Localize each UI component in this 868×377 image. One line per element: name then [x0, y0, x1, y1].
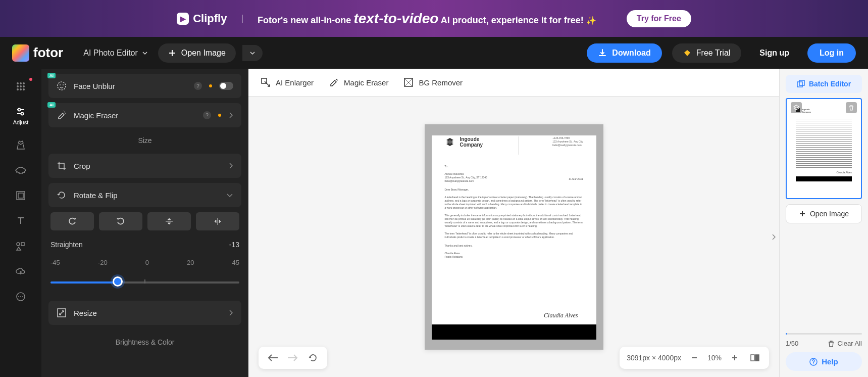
svg-point-21 — [63, 84, 64, 85]
free-trial-label: Free Trial — [696, 49, 731, 58]
open-image-label: Open Image — [181, 49, 226, 58]
rotate-buttons-row — [48, 212, 241, 230]
rotate-cw-button[interactable] — [50, 212, 94, 230]
magic-eraser-item[interactable]: AI Magic Eraser ? — [48, 103, 241, 127]
svg-point-4 — [20, 85, 22, 87]
rail-item-more[interactable] — [0, 284, 41, 309]
rail-item-apps[interactable] — [0, 74, 41, 99]
thumb-layers-button[interactable] — [791, 102, 802, 113]
rail-item-effects[interactable] — [0, 132, 41, 158]
clear-all-button[interactable]: Clear All — [828, 340, 862, 347]
download-icon — [598, 49, 607, 58]
main-layout: Adjust AI Face Unblur ? — [0, 69, 868, 377]
upload-progress — [786, 333, 862, 335]
chevron-down-icon — [142, 50, 148, 56]
zoom-in-button[interactable] — [728, 351, 742, 365]
download-label: Download — [612, 49, 650, 58]
svg-point-16 — [18, 296, 19, 297]
straighten-slider[interactable] — [50, 276, 239, 287]
right-panel: Batch Editor IngoudeCompany Claudia Alve… — [779, 69, 868, 377]
company-logo-icon — [445, 137, 455, 147]
chevron-right-icon — [228, 112, 233, 119]
svg-rect-27 — [797, 82, 802, 87]
document-canvas[interactable]: Ingoude Company +123-456-7890 123 Anywhe… — [425, 124, 603, 350]
rail-item-adjust[interactable]: Adjust — [0, 99, 41, 132]
contact-address: 123 Anywhere St., Any City — [552, 140, 583, 144]
tick-label: 45 — [232, 259, 239, 266]
compare-button[interactable] — [748, 351, 762, 365]
open-image-dropdown[interactable] — [242, 45, 263, 61]
face-unblur-toggle[interactable] — [219, 82, 233, 90]
svg-point-20 — [60, 84, 61, 85]
rail-item-elements[interactable] — [0, 233, 41, 259]
login-button[interactable]: Log in — [807, 43, 856, 63]
help-button[interactable]: Help — [786, 352, 862, 371]
body-para-3: The term "letterhead" is often used to r… — [445, 232, 583, 239]
slider-thumb[interactable] — [113, 276, 123, 287]
download-button[interactable]: Download — [587, 43, 661, 63]
canvas-dimensions: 3091px × 4000px — [627, 354, 681, 362]
rail-adjust-label: Adjust — [13, 119, 29, 125]
canvas-expand-right[interactable] — [770, 227, 777, 247]
sender-name: Claudia Alves — [445, 252, 583, 255]
tick-label: 20 — [187, 259, 194, 266]
rail-item-text[interactable] — [0, 208, 41, 233]
flip-vertical-button[interactable] — [147, 212, 191, 230]
rail-item-cloud[interactable] — [0, 259, 41, 284]
ai-badge: AI — [47, 73, 56, 78]
rotate-flip-item[interactable]: Rotate & Flip — [48, 183, 241, 207]
batch-editor-button[interactable]: Batch Editor — [786, 75, 862, 93]
help-icon[interactable]: ? — [194, 82, 202, 90]
banner-text-post: AI product, experience it for free! — [438, 15, 583, 25]
canvas-viewport[interactable]: Ingoude Company +123-456-7890 123 Anywhe… — [248, 97, 779, 377]
bg-remover-tool[interactable]: BG Remover — [403, 77, 463, 87]
slider-center-tick — [144, 279, 145, 284]
magic-eraser-tool[interactable]: Magic Eraser — [329, 77, 388, 87]
svg-point-9 — [18, 109, 21, 111]
rail-item-frames[interactable] — [0, 183, 41, 208]
try-free-button[interactable]: Try for Free — [627, 10, 691, 27]
slider-ticks: -45 -20 0 20 45 — [48, 256, 241, 269]
editor-mode-dropdown[interactable]: AI Photo Editor — [83, 49, 148, 58]
status-dot — [209, 84, 212, 87]
open-image-button[interactable]: Open Image — [158, 43, 236, 63]
redo-button[interactable] — [286, 351, 300, 365]
chevron-right-icon — [228, 162, 233, 169]
svg-rect-28 — [799, 80, 804, 85]
resize-item[interactable]: Resize — [48, 301, 241, 325]
more-icon — [15, 291, 26, 302]
zoom-out-button[interactable] — [687, 351, 701, 365]
fotor-logo[interactable]: fotor — [12, 44, 63, 62]
contact-block: +123-456-7890 123 Anywhere St., Any City… — [552, 136, 583, 147]
crop-item[interactable]: Crop — [48, 154, 241, 178]
rail-item-beauty[interactable] — [0, 158, 41, 183]
ai-enlarger-tool[interactable]: AI Enlarger — [261, 77, 314, 87]
document-footer-bar — [432, 324, 596, 340]
free-trial-button[interactable]: Free Trial — [672, 43, 742, 63]
magic-eraser-tool-label: Magic Eraser — [344, 78, 388, 87]
signup-button[interactable]: Sign up — [751, 43, 797, 63]
help-icon[interactable]: ? — [203, 111, 211, 119]
thumb-delete-button[interactable] — [846, 102, 857, 113]
contact-phone: +123-456-7890 — [552, 136, 583, 140]
closing: Thanks and best wishes, — [445, 244, 583, 248]
image-thumbnail[interactable]: IngoudeCompany Claudia Alves — [786, 98, 862, 199]
open-image-right-button[interactable]: Open Image — [786, 204, 862, 223]
diamond-icon — [683, 49, 691, 57]
reset-button[interactable] — [306, 351, 320, 365]
face-unblur-item[interactable]: AI Face Unblur ? — [48, 74, 241, 98]
undo-button[interactable] — [266, 351, 280, 365]
letter-date: 31 Mar 2031 — [569, 177, 583, 183]
recipient-name: Arowai Industries — [445, 172, 487, 176]
recipient-address: 123 Anywhere St., Any City, ST 12345 — [445, 176, 487, 179]
rotate-ccw-button[interactable] — [99, 212, 142, 230]
svg-point-1 — [20, 82, 22, 84]
text-icon — [15, 215, 26, 226]
notification-dot — [29, 78, 32, 81]
face-unblur-icon — [57, 81, 67, 91]
flip-horizontal-button[interactable] — [196, 212, 239, 230]
dress-icon — [15, 139, 26, 151]
adjust-icon — [15, 106, 26, 117]
eraser-icon — [329, 77, 339, 87]
rotate-icon — [57, 190, 67, 200]
